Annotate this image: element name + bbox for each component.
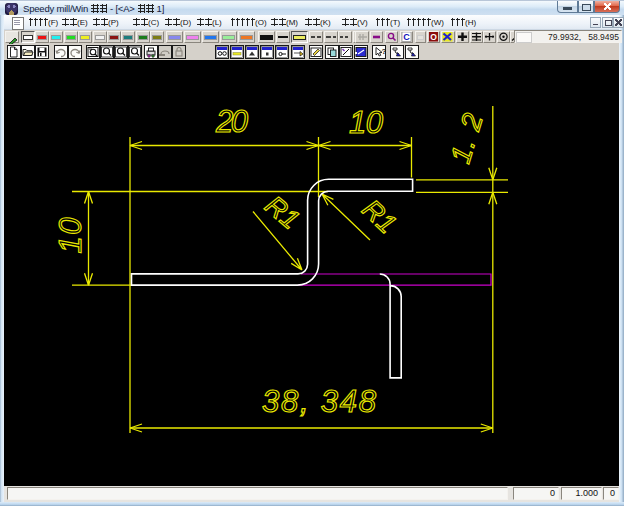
svg-text:20: 20 [215,104,248,139]
svg-text:1. 2: 1. 2 [444,109,488,166]
svg-text:R1: R1 [357,194,403,239]
svg-text:O: O [430,32,437,42]
svg-text:38, 348: 38, 348 [262,384,377,419]
svg-text:10: 10 [53,218,88,254]
svg-text:C: C [403,32,410,42]
svg-text:?: ? [382,47,386,56]
svg-text:10: 10 [349,105,383,140]
